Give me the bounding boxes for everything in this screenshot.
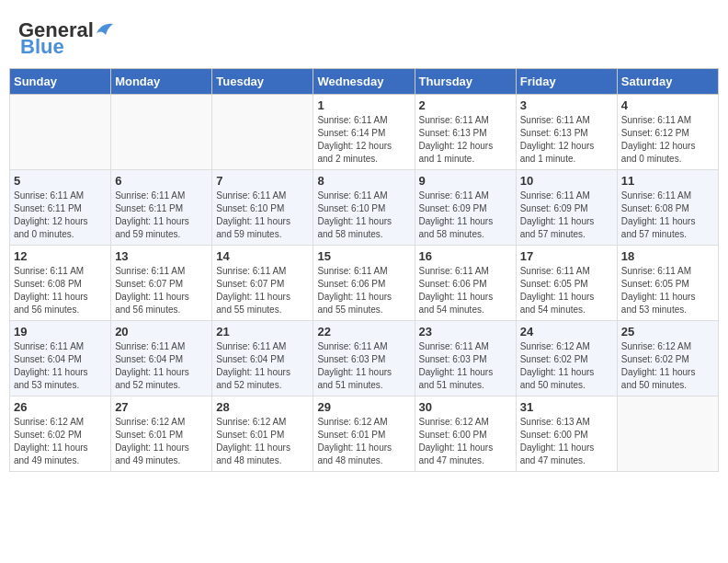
day-info: Sunrise: 6:12 AMSunset: 6:00 PMDaylight:… <box>419 416 512 467</box>
sunrise-time: Sunrise: 6:11 AM <box>419 115 489 125</box>
day-number: 29 <box>317 400 410 414</box>
sunset-time: Sunset: 6:01 PM <box>115 430 183 440</box>
day-info-continuation: and 48 minutes. <box>216 455 281 465</box>
logo-blue: Blue <box>18 35 64 59</box>
sunrise-time: Sunrise: 6:11 AM <box>520 190 590 201</box>
daylight-hours: Daylight: 11 hours <box>216 367 290 377</box>
sunset-time: Sunset: 6:02 PM <box>520 354 588 364</box>
day-info: Sunrise: 6:13 AMSunset: 6:00 PMDaylight:… <box>520 416 613 467</box>
daylight-hours: Daylight: 11 hours <box>520 292 595 302</box>
sunset-time: Sunset: 6:03 PM <box>317 354 385 364</box>
sunset-time: Sunset: 6:12 PM <box>621 128 689 138</box>
calendar-day-cell: 31Sunrise: 6:13 AMSunset: 6:00 PMDayligh… <box>516 396 617 472</box>
sunset-time: Sunset: 6:10 PM <box>216 203 284 213</box>
daylight-hours: Daylight: 11 hours <box>115 216 189 226</box>
day-info-continuation: and 2 minutes. <box>317 154 378 164</box>
daylight-hours: Daylight: 11 hours <box>115 367 189 377</box>
weekday-header-sunday: Sunday <box>10 69 111 95</box>
sunrise-time: Sunrise: 6:11 AM <box>115 190 185 201</box>
sunrise-time: Sunrise: 6:12 AM <box>14 417 84 427</box>
day-info-continuation: and 52 minutes. <box>216 380 281 390</box>
calendar-week-row: 26Sunrise: 6:12 AMSunset: 6:02 PMDayligh… <box>10 396 719 472</box>
sunrise-time: Sunrise: 6:11 AM <box>14 341 84 351</box>
day-info-continuation: and 58 minutes. <box>419 229 484 239</box>
day-info: Sunrise: 6:11 AMSunset: 6:11 PMDaylight:… <box>14 190 107 241</box>
day-info: Sunrise: 6:11 AMSunset: 6:14 PMDaylight:… <box>317 114 410 166</box>
sunrise-time: Sunrise: 6:12 AM <box>621 341 691 351</box>
day-info-continuation: and 1 minute. <box>520 154 576 164</box>
sunset-time: Sunset: 6:09 PM <box>520 203 588 213</box>
daylight-hours: Daylight: 11 hours <box>317 216 392 226</box>
calendar-day-cell: 13Sunrise: 6:11 AMSunset: 6:07 PMDayligh… <box>111 246 212 321</box>
day-info-continuation: and 51 minutes. <box>317 380 382 390</box>
empty-cell <box>212 95 313 170</box>
sunset-time: Sunset: 6:01 PM <box>216 430 284 440</box>
sunrise-time: Sunrise: 6:13 AM <box>520 417 590 427</box>
day-number: 21 <box>216 325 309 339</box>
day-number: 22 <box>317 325 410 339</box>
calendar-day-cell: 23Sunrise: 6:11 AMSunset: 6:03 PMDayligh… <box>415 321 516 396</box>
sunrise-time: Sunrise: 6:12 AM <box>317 417 387 427</box>
daylight-hours: Daylight: 11 hours <box>115 292 189 302</box>
day-info-continuation: and 48 minutes. <box>317 455 382 465</box>
sunrise-time: Sunrise: 6:11 AM <box>419 266 489 276</box>
calendar-day-cell: 3Sunrise: 6:11 AMSunset: 6:13 PMDaylight… <box>516 95 617 170</box>
sunrise-time: Sunrise: 6:12 AM <box>115 417 185 427</box>
day-info-continuation: and 56 minutes. <box>115 304 180 315</box>
calendar-day-cell: 28Sunrise: 6:12 AMSunset: 6:01 PMDayligh… <box>212 396 313 472</box>
calendar-day-cell: 18Sunrise: 6:11 AMSunset: 6:05 PMDayligh… <box>617 246 718 321</box>
day-number: 13 <box>115 249 208 263</box>
day-number: 4 <box>621 98 714 112</box>
daylight-hours: Daylight: 11 hours <box>317 292 392 302</box>
day-info: Sunrise: 6:11 AMSunset: 6:09 PMDaylight:… <box>520 190 613 241</box>
day-info-continuation: and 59 minutes. <box>216 229 281 239</box>
daylight-hours: Daylight: 11 hours <box>621 216 696 226</box>
day-number: 30 <box>419 400 512 414</box>
day-number: 1 <box>317 98 410 112</box>
day-info: Sunrise: 6:11 AMSunset: 6:05 PMDaylight:… <box>621 265 714 316</box>
calendar-day-cell: 22Sunrise: 6:11 AMSunset: 6:03 PMDayligh… <box>313 321 415 396</box>
sunrise-time: Sunrise: 6:11 AM <box>317 266 387 276</box>
day-info: Sunrise: 6:11 AMSunset: 6:13 PMDaylight:… <box>419 114 512 166</box>
sunset-time: Sunset: 6:13 PM <box>520 128 588 138</box>
weekday-header-wednesday: Wednesday <box>313 69 415 95</box>
day-info: Sunrise: 6:11 AMSunset: 6:10 PMDaylight:… <box>216 190 309 241</box>
day-info-continuation: and 1 minute. <box>419 154 475 164</box>
calendar-day-cell: 8Sunrise: 6:11 AMSunset: 6:10 PMDaylight… <box>313 170 415 246</box>
day-info: Sunrise: 6:11 AMSunset: 6:07 PMDaylight:… <box>115 265 208 316</box>
calendar-day-cell: 27Sunrise: 6:12 AMSunset: 6:01 PMDayligh… <box>111 396 212 472</box>
day-info-continuation: and 52 minutes. <box>115 380 180 390</box>
daylight-hours: Daylight: 11 hours <box>14 442 88 453</box>
sunrise-time: Sunrise: 6:11 AM <box>419 341 489 351</box>
day-info-continuation: and 49 minutes. <box>115 455 180 465</box>
day-info-continuation: and 53 minutes. <box>621 304 687 315</box>
day-info-continuation: and 53 minutes. <box>14 380 79 390</box>
daylight-hours: Daylight: 12 hours <box>317 141 392 151</box>
calendar-day-cell: 17Sunrise: 6:11 AMSunset: 6:05 PMDayligh… <box>516 246 617 321</box>
day-number: 27 <box>115 400 208 414</box>
calendar-day-cell: 20Sunrise: 6:11 AMSunset: 6:04 PMDayligh… <box>111 321 212 396</box>
daylight-hours: Daylight: 11 hours <box>419 216 494 226</box>
calendar-day-cell: 29Sunrise: 6:12 AMSunset: 6:01 PMDayligh… <box>313 396 415 472</box>
day-info-continuation: and 50 minutes. <box>621 380 687 390</box>
day-info-continuation: and 54 minutes. <box>419 304 484 315</box>
calendar-day-cell: 26Sunrise: 6:12 AMSunset: 6:02 PMDayligh… <box>10 396 111 472</box>
daylight-hours: Daylight: 11 hours <box>621 292 696 302</box>
sunrise-time: Sunrise: 6:12 AM <box>216 417 286 427</box>
daylight-hours: Daylight: 11 hours <box>216 442 290 453</box>
sunrise-time: Sunrise: 6:11 AM <box>621 190 691 201</box>
calendar-table: SundayMondayTuesdayWednesdayThursdayFrid… <box>9 68 719 472</box>
calendar-day-cell: 1Sunrise: 6:11 AMSunset: 6:14 PMDaylight… <box>313 95 415 170</box>
day-info: Sunrise: 6:12 AMSunset: 6:01 PMDaylight:… <box>216 416 309 467</box>
calendar-week-row: 19Sunrise: 6:11 AMSunset: 6:04 PMDayligh… <box>10 321 719 396</box>
sunset-time: Sunset: 6:04 PM <box>216 354 284 364</box>
day-number: 20 <box>115 325 208 339</box>
calendar-day-cell: 9Sunrise: 6:11 AMSunset: 6:09 PMDaylight… <box>415 170 516 246</box>
calendar-week-row: 5Sunrise: 6:11 AMSunset: 6:11 PMDaylight… <box>10 170 719 246</box>
day-number: 26 <box>14 400 107 414</box>
day-number: 9 <box>419 174 512 188</box>
day-info: Sunrise: 6:11 AMSunset: 6:04 PMDaylight:… <box>14 340 107 392</box>
sunset-time: Sunset: 6:08 PM <box>621 203 689 213</box>
day-info-continuation: and 56 minutes. <box>14 304 79 315</box>
day-info-continuation: and 51 minutes. <box>419 380 484 390</box>
